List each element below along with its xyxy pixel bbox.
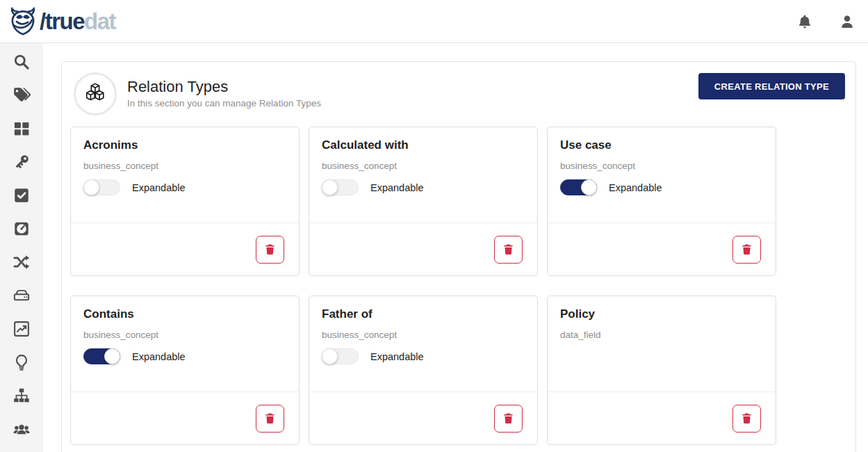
card-footer (309, 392, 537, 444)
chart-line-icon (13, 320, 31, 338)
expandable-row: Expandable (322, 179, 525, 195)
expandable-toggle[interactable] (83, 179, 120, 195)
expandable-label: Expandable (370, 351, 424, 362)
relation-type-name: Use case (560, 138, 763, 152)
trash-icon (502, 412, 515, 425)
expandable-label: Expandable (609, 182, 662, 193)
topbar-actions (796, 13, 861, 30)
relation-type-card: Contains business_concept Expandable (70, 296, 300, 445)
card-body: Policy data_field (548, 296, 776, 392)
user-icon[interactable] (839, 13, 855, 30)
card-body: Acronims business_concept Expandable (71, 127, 299, 223)
delete-relation-type-button[interactable] (494, 405, 523, 433)
delete-relation-type-button[interactable] (732, 236, 761, 264)
toggle-knob (104, 348, 120, 364)
relation-type-subtype: business_concept (322, 161, 525, 171)
expandable-row: Expandable (560, 179, 763, 195)
expandable-toggle[interactable] (322, 348, 359, 364)
key-icon (13, 153, 31, 171)
sidebar-item-structures[interactable] (0, 279, 43, 312)
cubes-icon (74, 72, 117, 115)
card-body: Calculated with business_concept Expanda… (309, 127, 537, 223)
relation-cards-grid: Acronims business_concept Expandable (70, 127, 776, 445)
expandable-row: Expandable (83, 179, 286, 195)
hard-drive-icon (13, 286, 31, 305)
relation-type-name: Contains (83, 307, 286, 321)
card-footer (71, 223, 299, 275)
relation-type-name: Policy (560, 307, 763, 321)
toggle-knob (322, 179, 338, 195)
sidebar-item-dashboards[interactable] (0, 112, 43, 145)
grid-icon (13, 120, 31, 138)
toggle-knob (83, 179, 99, 195)
tags-icon (13, 86, 31, 104)
page-title: Relation Types (127, 78, 321, 95)
relation-type-card: Father of business_concept Expandable (309, 296, 538, 445)
sitemap-icon (13, 387, 31, 405)
logo-text: /truedat (40, 10, 115, 33)
sidebar-item-analytics[interactable] (0, 312, 43, 346)
card-footer (309, 223, 537, 275)
truedat-logo[interactable]: /truedat (8, 7, 115, 36)
sidebar-item-users[interactable] (0, 412, 43, 446)
quality-gauge-icon (13, 220, 31, 238)
trash-icon (740, 243, 753, 256)
check-square-icon (13, 186, 31, 204)
relation-type-card: Calculated with business_concept Expanda… (309, 127, 538, 276)
panel-header: Relation Types In this section you can m… (70, 72, 845, 115)
card-body: Father of business_concept Expandable (309, 296, 537, 392)
expandable-row: Expandable (83, 348, 286, 364)
trash-icon (740, 412, 753, 425)
delete-relation-type-button[interactable] (494, 236, 523, 264)
search-icon (13, 53, 31, 71)
card-footer (548, 223, 776, 275)
shuffle-icon (13, 253, 31, 271)
card-footer (71, 392, 299, 444)
sidebar-item-taxonomy[interactable] (0, 379, 43, 412)
relation-type-card: Use case business_concept Expandable (547, 127, 776, 276)
card-body: Contains business_concept Expandable (71, 296, 299, 392)
sidebar-item-lineage[interactable] (0, 245, 43, 279)
users-icon (13, 420, 31, 438)
app-window: /truedat (0, 0, 868, 452)
relation-type-subtype: business_concept (560, 161, 763, 171)
relation-types-panel: Relation Types In this section you can m… (61, 61, 856, 452)
topbar: /truedat (0, 0, 868, 43)
sidebar-item-quality[interactable] (0, 212, 43, 245)
card-footer (548, 392, 776, 444)
toggle-knob (322, 348, 338, 364)
relation-type-name: Calculated with (322, 138, 525, 152)
toggle-knob (581, 179, 597, 195)
expandable-label: Expandable (132, 182, 186, 193)
sidebar-item-insights[interactable] (0, 346, 43, 379)
trash-icon (502, 243, 515, 256)
relation-type-card: Acronims business_concept Expandable (70, 127, 300, 276)
relation-type-subtype: business_concept (83, 330, 286, 340)
expandable-toggle[interactable] (83, 348, 120, 364)
trash-icon (263, 243, 277, 256)
sidebar-item-permissions[interactable] (0, 145, 43, 179)
expandable-toggle[interactable] (560, 179, 597, 195)
relation-type-name: Father of (322, 307, 525, 321)
relation-type-subtype: data_field (560, 330, 763, 340)
delete-relation-type-button[interactable] (732, 405, 761, 433)
sidebar-item-rules[interactable] (0, 179, 43, 212)
relation-type-card: Policy data_field (547, 296, 776, 445)
relation-type-name: Acronims (83, 138, 286, 152)
sidebar-item-search[interactable] (0, 45, 43, 79)
main-content: Relation Types In this section you can m… (43, 43, 868, 452)
expandable-toggle[interactable] (322, 179, 359, 195)
relation-type-subtype: business_concept (83, 161, 286, 171)
owl-logo-icon (8, 7, 38, 36)
delete-relation-type-button[interactable] (256, 405, 284, 433)
sidebar-item-glossary[interactable] (0, 79, 43, 112)
relation-type-subtype: business_concept (322, 330, 525, 340)
bell-icon[interactable] (796, 13, 813, 30)
expandable-label: Expandable (370, 182, 424, 193)
page-subtitle: In this section you can manage Relation … (127, 98, 321, 108)
delete-relation-type-button[interactable] (256, 236, 284, 264)
lightbulb-icon (13, 353, 31, 371)
expandable-label: Expandable (132, 351, 186, 362)
create-relation-type-button[interactable]: CREATE RELATION TYPE (698, 73, 845, 99)
card-body: Use case business_concept Expandable (548, 127, 776, 223)
